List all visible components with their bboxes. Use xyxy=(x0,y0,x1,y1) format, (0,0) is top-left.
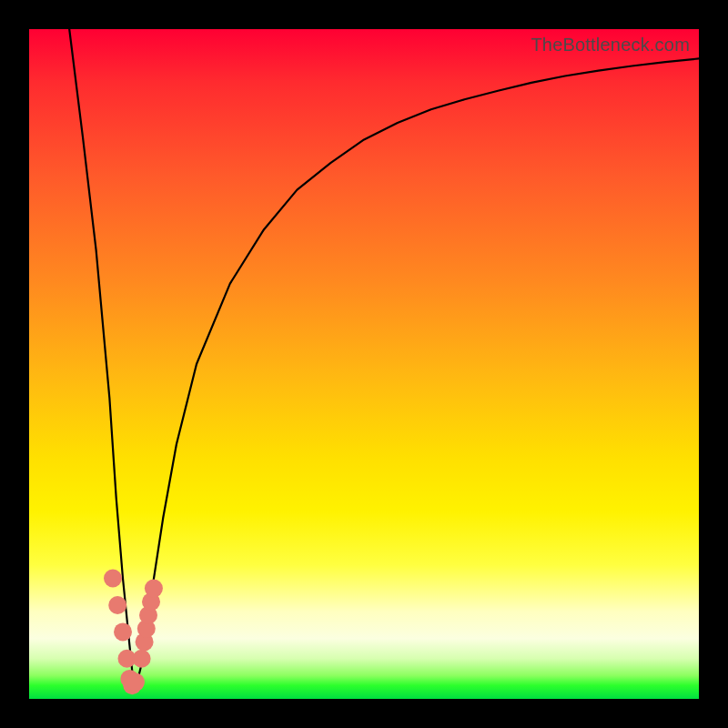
bottleneck-curve xyxy=(69,29,699,685)
marker-dot xyxy=(108,596,126,614)
marker-dot xyxy=(114,622,132,641)
marker-dot xyxy=(145,580,163,598)
marker-dot xyxy=(133,650,151,668)
chart-svg xyxy=(29,29,699,699)
chart-frame: TheBottleneck.com xyxy=(0,0,728,728)
plot-area: TheBottleneck.com xyxy=(29,29,699,699)
marker-dot xyxy=(126,673,145,692)
watermark-text: TheBottleneck.com xyxy=(531,35,690,56)
marker-range xyxy=(104,570,163,695)
marker-dot xyxy=(104,570,122,588)
